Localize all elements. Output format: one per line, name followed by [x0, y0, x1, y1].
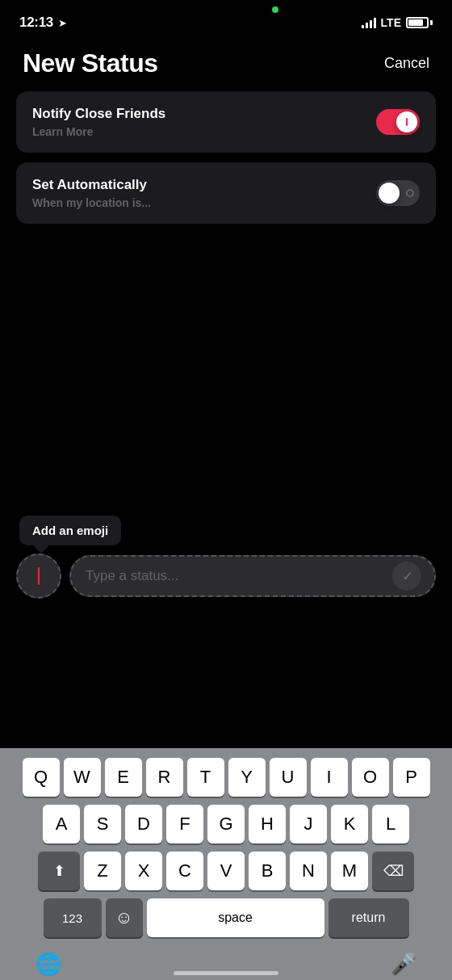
key-i[interactable]: I [311, 758, 348, 797]
key-t[interactable]: T [187, 758, 224, 797]
status-right-icons: LTE [362, 16, 433, 29]
status-placeholder: Type a status... [86, 568, 392, 584]
key-j[interactable]: J [290, 805, 327, 843]
key-s[interactable]: S [84, 805, 121, 843]
key-n[interactable]: N [290, 852, 327, 890]
status-input-row: Type a status... ✓ [16, 553, 436, 599]
battery-icon [406, 17, 433, 28]
key-c[interactable]: C [166, 852, 203, 890]
notify-card-subtitle[interactable]: Learn More [32, 125, 165, 138]
key-z[interactable]: Z [84, 852, 121, 890]
signal-icon [362, 17, 376, 28]
lte-label: LTE [381, 16, 401, 29]
shift-key[interactable]: ⬆ [38, 852, 80, 890]
checkmark-icon: ✓ [402, 569, 412, 584]
emoji-tooltip: Add an emoji [19, 515, 121, 545]
key-u[interactable]: U [270, 758, 307, 797]
keyboard-row-3: ⬆ Z X C V B N M ⌫ [3, 852, 449, 890]
space-key[interactable]: space [147, 898, 324, 937]
notify-close-friends-card: Notify Close Friends Learn More [16, 91, 436, 153]
mic-icon[interactable]: 🎤 [391, 952, 416, 977]
auto-card-text: Set Automatically When my location is... [32, 177, 151, 209]
key-e[interactable]: E [105, 758, 142, 797]
emoji-cursor [38, 567, 40, 585]
key-a[interactable]: A [43, 805, 80, 843]
delete-key[interactable]: ⌫ [372, 852, 414, 890]
keyboard-row-1: Q W E R T Y U I O P [3, 758, 449, 797]
key-o[interactable]: O [352, 758, 389, 797]
toggle-knob-off [379, 183, 400, 204]
key-g[interactable]: G [207, 805, 245, 843]
emoji-input-area: Add an emoji Type a status... ✓ [0, 515, 452, 599]
notify-card-text: Notify Close Friends Learn More [32, 106, 165, 138]
submit-button[interactable]: ✓ [392, 562, 421, 591]
set-automatically-card: Set Automatically When my location is... [16, 162, 436, 224]
notify-toggle[interactable] [376, 109, 420, 135]
toggle-knob-on [396, 111, 417, 132]
key-v[interactable]: V [207, 852, 245, 890]
key-l[interactable]: L [372, 805, 409, 843]
status-time: 12:13 [19, 15, 53, 31]
toggle-circle-icon [406, 189, 414, 197]
auto-card-title: Set Automatically [32, 177, 151, 193]
key-q[interactable]: Q [23, 758, 60, 797]
green-dot-indicator [272, 6, 278, 13]
nav-bar: New Status Cancel [0, 39, 452, 91]
cancel-button[interactable]: Cancel [384, 55, 429, 72]
return-key[interactable]: return [329, 898, 409, 937]
numbers-key[interactable]: 123 [44, 898, 102, 937]
auto-toggle[interactable] [376, 180, 420, 206]
status-bar: 12:13 ➤ LTE [0, 0, 452, 39]
key-y[interactable]: Y [228, 758, 266, 797]
auto-card-subtitle: When my location is... [32, 196, 151, 209]
key-p[interactable]: P [393, 758, 430, 797]
key-f[interactable]: F [166, 805, 203, 843]
keyboard-row-2: A S D F G H J K L [3, 805, 449, 843]
toggle-pipe-icon [406, 118, 408, 126]
key-d[interactable]: D [125, 805, 162, 843]
globe-icon[interactable]: 🌐 [36, 952, 61, 977]
key-k[interactable]: K [331, 805, 368, 843]
home-indicator [174, 971, 278, 975]
key-b[interactable]: B [249, 852, 286, 890]
emoji-picker-button[interactable] [16, 553, 61, 599]
keyboard-body: Q W E R T Y U I O P A S D F G H J K L ⬆ … [0, 748, 452, 980]
status-text-input[interactable]: Type a status... ✓ [69, 555, 436, 597]
location-arrow-icon: ➤ [58, 17, 67, 29]
notify-card-title: Notify Close Friends [32, 106, 165, 122]
key-m[interactable]: M [331, 852, 368, 890]
emoji-key[interactable]: ☺ [106, 898, 143, 937]
key-h[interactable]: H [249, 805, 286, 843]
key-x[interactable]: X [125, 852, 162, 890]
key-r[interactable]: R [146, 758, 183, 797]
keyboard-row-4: 123 ☺ space return [3, 898, 449, 937]
page-title: New Status [23, 48, 157, 78]
key-w[interactable]: W [64, 758, 101, 797]
